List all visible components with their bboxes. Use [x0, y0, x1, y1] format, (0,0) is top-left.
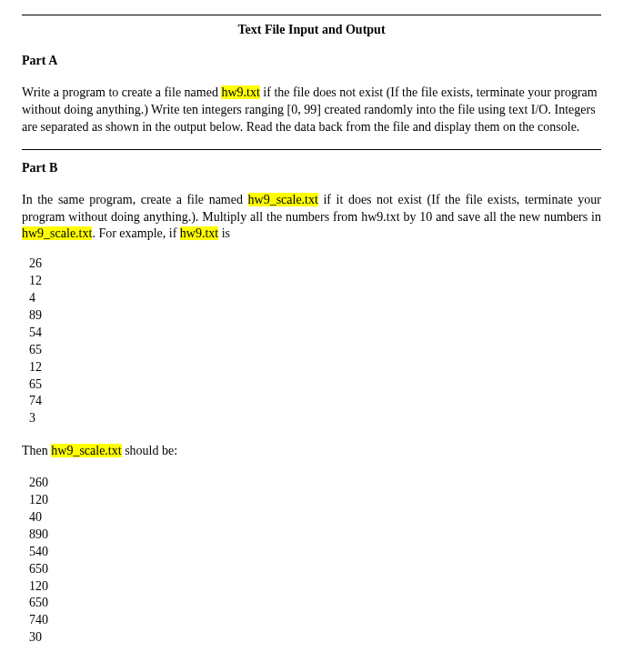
list-item: 74: [29, 393, 601, 410]
text-span: should be:: [122, 444, 177, 457]
example-input-list: 26 12 4 89 54 65 12 65 74 3: [29, 256, 601, 427]
list-item: 650: [29, 561, 601, 578]
list-item: 30: [29, 629, 601, 647]
text-span: . For example, if: [92, 226, 179, 240]
list-item: 650: [29, 595, 601, 612]
highlight-hw9: hw9.txt: [221, 85, 259, 99]
highlight-hw9-scale: hw9_scale.txt: [51, 444, 121, 457]
highlight-hw9-scale: hw9_scale.txt: [22, 226, 92, 240]
highlight-hw9: hw9.txt: [180, 226, 218, 240]
list-item: 4: [29, 290, 601, 307]
list-item: 65: [29, 342, 601, 359]
list-item: 12: [29, 273, 601, 290]
part-b-heading: Part B: [22, 161, 601, 176]
part-a-paragraph: Write a program to create a file named h…: [22, 85, 601, 136]
list-item: 3: [29, 410, 601, 427]
text-span: is: [218, 226, 230, 240]
highlight-hw9-scale: hw9_scale.txt: [248, 193, 318, 206]
list-item: 65: [29, 376, 601, 394]
list-item: 260: [29, 475, 601, 492]
example-output-list: 260 120 40 890 540 650 120 650 740 30: [29, 475, 601, 647]
list-item: 740: [29, 612, 601, 629]
divider-rule: [22, 149, 601, 150]
text-span: Write a program to create a file named: [22, 85, 221, 99]
top-rule: [22, 15, 601, 15]
list-item: 890: [29, 527, 601, 544]
part-b-paragraph: In the same program, create a file named…: [22, 192, 601, 244]
list-item: 540: [29, 544, 601, 561]
then-line: Then hw9_scale.txt should be:: [22, 444, 601, 458]
list-item: 54: [29, 325, 601, 342]
list-item: 26: [29, 256, 601, 273]
list-item: 40: [29, 509, 601, 527]
list-item: 120: [29, 492, 601, 509]
list-item: 12: [29, 359, 601, 376]
text-span: Then: [22, 444, 51, 457]
page-title: Text File Input and Output: [22, 17, 601, 50]
list-item: 89: [29, 307, 601, 325]
list-item: 120: [29, 578, 601, 596]
text-span: In the same program, create a file named: [22, 193, 248, 206]
part-a-heading: Part A: [22, 54, 601, 68]
